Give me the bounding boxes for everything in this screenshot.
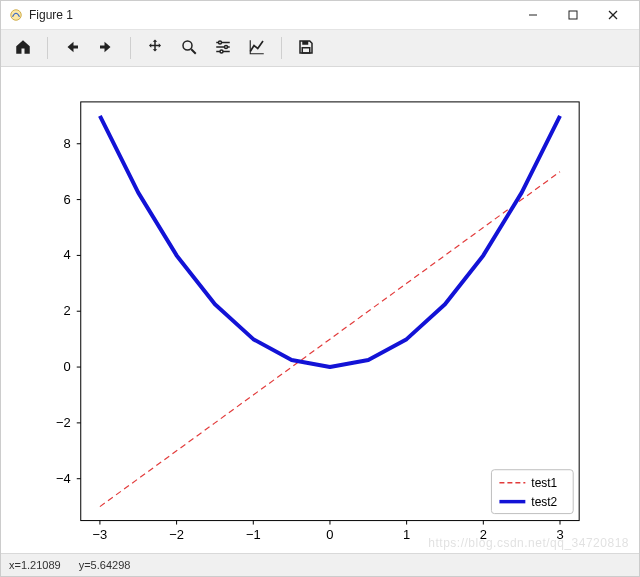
plot-canvas[interactable]: −3 −2 −1 0 1 2 3 −4 −2 0 2 4 bbox=[1, 67, 639, 553]
xtick-label: 0 bbox=[326, 527, 333, 542]
plot-svg: −3 −2 −1 0 1 2 3 −4 −2 0 2 4 bbox=[1, 67, 639, 554]
minimize-button[interactable] bbox=[513, 1, 553, 29]
svg-point-12 bbox=[220, 50, 223, 53]
toolbar-divider bbox=[130, 37, 131, 59]
toolbar-divider bbox=[281, 37, 282, 59]
ytick-label: 4 bbox=[64, 247, 71, 262]
ytick-label: 8 bbox=[64, 136, 71, 151]
ytick-label: −4 bbox=[56, 471, 71, 486]
pan-button[interactable] bbox=[139, 32, 171, 64]
chart-line-icon bbox=[248, 38, 266, 59]
sliders-icon bbox=[214, 38, 232, 59]
svg-point-0 bbox=[11, 10, 22, 21]
zoom-button[interactable] bbox=[173, 32, 205, 64]
save-button[interactable] bbox=[290, 32, 322, 64]
svg-point-11 bbox=[225, 45, 228, 48]
home-button[interactable] bbox=[7, 32, 39, 64]
status-y: y=5.64298 bbox=[79, 559, 131, 571]
xtick-label: −1 bbox=[246, 527, 261, 542]
ytick-label: 2 bbox=[64, 303, 71, 318]
axes-edit-button[interactable] bbox=[241, 32, 273, 64]
xtick-label: 2 bbox=[480, 527, 487, 542]
svg-rect-13 bbox=[302, 41, 308, 45]
app-icon bbox=[9, 8, 23, 22]
svg-rect-15 bbox=[81, 102, 579, 521]
toolbar bbox=[1, 29, 639, 67]
home-icon bbox=[14, 38, 32, 59]
xtick-label: 3 bbox=[556, 527, 563, 542]
close-button[interactable] bbox=[593, 1, 633, 29]
zoom-icon bbox=[180, 38, 198, 59]
xtick-label: −3 bbox=[93, 527, 108, 542]
legend-label-1: test1 bbox=[531, 476, 557, 490]
svg-point-5 bbox=[183, 41, 192, 50]
ytick-label: 6 bbox=[64, 192, 71, 207]
xtick-label: −2 bbox=[169, 527, 184, 542]
save-icon bbox=[297, 38, 315, 59]
forward-button[interactable] bbox=[90, 32, 122, 64]
window-title: Figure 1 bbox=[29, 8, 73, 22]
svg-rect-14 bbox=[302, 47, 310, 52]
figure-window: Figure 1 bbox=[0, 0, 640, 577]
back-button[interactable] bbox=[56, 32, 88, 64]
subplots-button[interactable] bbox=[207, 32, 239, 64]
arrow-right-icon bbox=[97, 38, 115, 59]
svg-rect-2 bbox=[569, 11, 577, 19]
status-x: x=1.21089 bbox=[9, 559, 61, 571]
arrow-left-icon bbox=[63, 38, 81, 59]
titlebar: Figure 1 bbox=[1, 1, 639, 29]
legend-label-2: test2 bbox=[531, 495, 557, 509]
toolbar-divider bbox=[47, 37, 48, 59]
legend: test1 test2 bbox=[491, 470, 573, 514]
ytick-label: −2 bbox=[56, 415, 71, 430]
maximize-button[interactable] bbox=[553, 1, 593, 29]
xtick-label: 1 bbox=[403, 527, 410, 542]
move-icon bbox=[146, 38, 164, 59]
ytick-label: 0 bbox=[64, 359, 71, 374]
svg-point-10 bbox=[219, 41, 222, 44]
series-test2 bbox=[100, 116, 560, 367]
series-test1 bbox=[100, 172, 560, 507]
svg-line-6 bbox=[191, 49, 196, 54]
statusbar: x=1.21089 y=5.64298 bbox=[1, 553, 639, 576]
